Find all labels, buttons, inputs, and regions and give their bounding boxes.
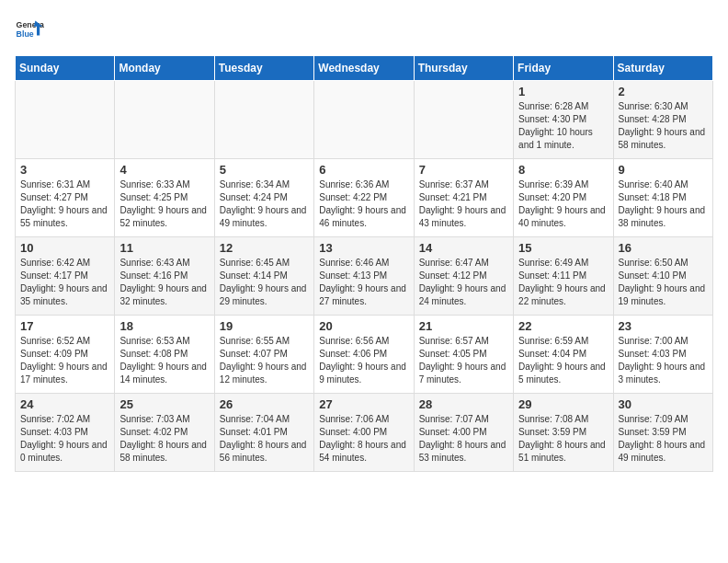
day-info: Sunrise: 6:37 AM Sunset: 4:21 PM Dayligh… <box>419 178 508 230</box>
day-header-tuesday: Tuesday <box>214 56 313 81</box>
calendar-cell: 28Sunrise: 7:07 AM Sunset: 4:00 PM Dayli… <box>414 394 513 472</box>
day-number: 4 <box>119 163 209 177</box>
week-row-2: 3Sunrise: 6:31 AM Sunset: 4:27 PM Daylig… <box>16 159 713 237</box>
day-info: Sunrise: 6:45 AM Sunset: 4:14 PM Dayligh… <box>220 257 309 308</box>
day-number: 11 <box>119 241 209 255</box>
week-row-5: 24Sunrise: 7:02 AM Sunset: 4:03 PM Dayli… <box>16 394 713 472</box>
day-info: Sunrise: 7:02 AM Sunset: 4:03 PM Dayligh… <box>20 413 109 465</box>
day-info: Sunrise: 7:08 AM Sunset: 3:59 PM Dayligh… <box>518 413 608 465</box>
day-number: 12 <box>220 241 309 255</box>
calendar-cell: 26Sunrise: 7:04 AM Sunset: 4:01 PM Dayli… <box>214 394 313 472</box>
day-info: Sunrise: 6:55 AM Sunset: 4:07 PM Dayligh… <box>220 335 309 386</box>
day-info: Sunrise: 6:47 AM Sunset: 4:12 PM Dayligh… <box>419 257 508 308</box>
day-info: Sunrise: 6:39 AM Sunset: 4:20 PM Dayligh… <box>518 178 608 230</box>
calendar-cell <box>314 81 414 159</box>
day-info: Sunrise: 6:50 AM Sunset: 4:10 PM Dayligh… <box>619 257 708 308</box>
day-number: 30 <box>619 397 708 411</box>
day-header-thursday: Thursday <box>414 56 513 81</box>
day-info: Sunrise: 6:53 AM Sunset: 4:08 PM Dayligh… <box>119 335 209 386</box>
day-number: 23 <box>619 319 708 333</box>
day-header-saturday: Saturday <box>613 56 712 81</box>
week-row-3: 10Sunrise: 6:42 AM Sunset: 4:17 PM Dayli… <box>16 237 713 316</box>
calendar-cell: 10Sunrise: 6:42 AM Sunset: 4:17 PM Dayli… <box>16 237 115 316</box>
calendar-cell: 24Sunrise: 7:02 AM Sunset: 4:03 PM Dayli… <box>16 394 115 472</box>
calendar-cell: 9Sunrise: 6:40 AM Sunset: 4:18 PM Daylig… <box>613 159 712 237</box>
day-number: 18 <box>119 319 209 333</box>
calendar-cell: 25Sunrise: 7:03 AM Sunset: 4:02 PM Dayli… <box>115 394 214 472</box>
page-header: General Blue <box>15 15 713 44</box>
calendar-cell: 8Sunrise: 6:39 AM Sunset: 4:20 PM Daylig… <box>514 159 613 237</box>
day-info: Sunrise: 7:09 AM Sunset: 3:59 PM Dayligh… <box>619 413 708 465</box>
day-number: 28 <box>419 397 508 411</box>
svg-text:Blue: Blue <box>17 29 34 39</box>
day-number: 20 <box>319 319 408 333</box>
day-number: 26 <box>220 397 309 411</box>
calendar-cell: 29Sunrise: 7:08 AM Sunset: 3:59 PM Dayli… <box>514 394 613 472</box>
day-info: Sunrise: 6:59 AM Sunset: 4:04 PM Dayligh… <box>518 335 608 386</box>
calendar-cell: 2Sunrise: 6:30 AM Sunset: 4:28 PM Daylig… <box>613 81 712 159</box>
day-info: Sunrise: 6:57 AM Sunset: 4:05 PM Dayligh… <box>419 335 508 386</box>
day-info: Sunrise: 6:28 AM Sunset: 4:30 PM Dayligh… <box>518 100 608 152</box>
day-number: 10 <box>20 241 109 255</box>
day-number: 14 <box>419 241 508 255</box>
day-info: Sunrise: 7:04 AM Sunset: 4:01 PM Dayligh… <box>220 413 309 465</box>
calendar-cell: 19Sunrise: 6:55 AM Sunset: 4:07 PM Dayli… <box>214 316 313 394</box>
day-number: 6 <box>319 163 408 177</box>
calendar-cell: 1Sunrise: 6:28 AM Sunset: 4:30 PM Daylig… <box>514 81 613 159</box>
day-number: 3 <box>20 163 109 177</box>
day-number: 2 <box>619 85 708 98</box>
day-info: Sunrise: 6:46 AM Sunset: 4:13 PM Dayligh… <box>319 257 408 308</box>
calendar-cell: 30Sunrise: 7:09 AM Sunset: 3:59 PM Dayli… <box>613 394 712 472</box>
day-number: 1 <box>518 85 608 98</box>
calendar-cell: 17Sunrise: 6:52 AM Sunset: 4:09 PM Dayli… <box>16 316 115 394</box>
day-number: 17 <box>20 319 109 333</box>
day-header-friday: Friday <box>514 56 613 81</box>
day-number: 19 <box>220 319 309 333</box>
day-number: 29 <box>518 397 608 411</box>
day-info: Sunrise: 7:06 AM Sunset: 4:00 PM Dayligh… <box>319 413 408 465</box>
calendar-cell <box>414 81 513 159</box>
day-number: 9 <box>619 163 708 177</box>
day-info: Sunrise: 6:33 AM Sunset: 4:25 PM Dayligh… <box>119 178 209 230</box>
calendar-cell <box>16 81 115 159</box>
calendar-cell: 5Sunrise: 6:34 AM Sunset: 4:24 PM Daylig… <box>214 159 313 237</box>
calendar-table: SundayMondayTuesdayWednesdayThursdayFrid… <box>15 55 713 472</box>
logo-icon: General Blue <box>15 15 44 44</box>
day-info: Sunrise: 6:30 AM Sunset: 4:28 PM Dayligh… <box>619 100 708 152</box>
day-info: Sunrise: 7:07 AM Sunset: 4:00 PM Dayligh… <box>419 413 508 465</box>
calendar-cell: 18Sunrise: 6:53 AM Sunset: 4:08 PM Dayli… <box>115 316 214 394</box>
week-row-1: 1Sunrise: 6:28 AM Sunset: 4:30 PM Daylig… <box>16 81 713 159</box>
day-number: 5 <box>220 163 309 177</box>
day-number: 8 <box>518 163 608 177</box>
calendar-cell: 4Sunrise: 6:33 AM Sunset: 4:25 PM Daylig… <box>115 159 214 237</box>
calendar-cell: 6Sunrise: 6:36 AM Sunset: 4:22 PM Daylig… <box>314 159 414 237</box>
calendar-cell: 23Sunrise: 7:00 AM Sunset: 4:03 PM Dayli… <box>613 316 712 394</box>
day-info: Sunrise: 6:31 AM Sunset: 4:27 PM Dayligh… <box>20 178 109 230</box>
calendar-cell: 21Sunrise: 6:57 AM Sunset: 4:05 PM Dayli… <box>414 316 513 394</box>
calendar-cell: 27Sunrise: 7:06 AM Sunset: 4:00 PM Dayli… <box>314 394 414 472</box>
calendar-cell: 15Sunrise: 6:49 AM Sunset: 4:11 PM Dayli… <box>514 237 613 316</box>
day-number: 27 <box>319 397 408 411</box>
day-number: 16 <box>619 241 708 255</box>
calendar-cell: 20Sunrise: 6:56 AM Sunset: 4:06 PM Dayli… <box>314 316 414 394</box>
day-info: Sunrise: 6:40 AM Sunset: 4:18 PM Dayligh… <box>619 178 708 230</box>
day-header-sunday: Sunday <box>16 56 115 81</box>
day-info: Sunrise: 7:00 AM Sunset: 4:03 PM Dayligh… <box>619 335 708 386</box>
calendar-cell: 11Sunrise: 6:43 AM Sunset: 4:16 PM Dayli… <box>115 237 214 316</box>
calendar-body: 1Sunrise: 6:28 AM Sunset: 4:30 PM Daylig… <box>16 81 713 472</box>
day-number: 22 <box>518 319 608 333</box>
calendar-cell: 14Sunrise: 6:47 AM Sunset: 4:12 PM Dayli… <box>414 237 513 316</box>
day-info: Sunrise: 7:03 AM Sunset: 4:02 PM Dayligh… <box>119 413 209 465</box>
day-number: 7 <box>419 163 508 177</box>
day-number: 15 <box>518 241 608 255</box>
day-info: Sunrise: 6:43 AM Sunset: 4:16 PM Dayligh… <box>119 257 209 308</box>
calendar-cell <box>214 81 313 159</box>
day-info: Sunrise: 6:52 AM Sunset: 4:09 PM Dayligh… <box>20 335 109 386</box>
day-header-monday: Monday <box>115 56 214 81</box>
day-info: Sunrise: 6:49 AM Sunset: 4:11 PM Dayligh… <box>518 257 608 308</box>
calendar-cell: 16Sunrise: 6:50 AM Sunset: 4:10 PM Dayli… <box>613 237 712 316</box>
day-number: 13 <box>319 241 408 255</box>
calendar-cell <box>115 81 214 159</box>
logo: General Blue <box>15 15 44 44</box>
day-info: Sunrise: 6:56 AM Sunset: 4:06 PM Dayligh… <box>319 335 408 386</box>
